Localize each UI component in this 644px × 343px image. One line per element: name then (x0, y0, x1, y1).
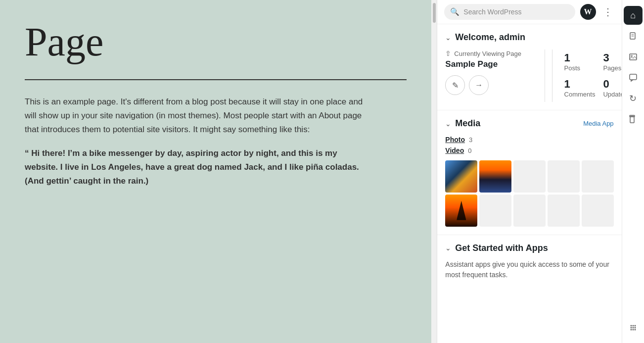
scrollbar-thumb (433, 3, 436, 23)
page-actions: ✎ → (445, 75, 544, 95)
welcome-body: ⇧ Currently Viewing Page Sample Page ✎ → (445, 49, 613, 102)
get-started-section: ⌄ Get Started with Apps Assistant apps g… (437, 235, 621, 288)
get-started-body: Assistant apps give you quick access to … (445, 259, 613, 280)
stat-updates: 0 Updates (599, 76, 621, 102)
welcome-section-header: ⌄ Welcome, admin (445, 32, 613, 43)
image-icon-button[interactable] (624, 48, 643, 66)
stat-pages-number: 3 (603, 51, 621, 64)
search-placeholder[interactable]: Search WordPress (463, 8, 569, 16)
welcome-section: ⌄ Welcome, admin ⇧ Currently Viewing Pag… (437, 24, 621, 110)
svg-rect-3 (630, 54, 637, 60)
media-app-link[interactable]: Media App (583, 120, 613, 127)
person-icon: ⇧ (445, 49, 451, 57)
welcome-toggle[interactable]: ⌄ (445, 34, 451, 42)
get-started-header: ⌄ Get Started with Apps (445, 243, 613, 253)
svg-rect-7 (630, 116, 634, 123)
svg-point-13 (634, 327, 636, 329)
page-body: This is an example page. It's different … (25, 95, 371, 188)
panel-header: 🔍 Search WordPress W ⋮ (437, 0, 621, 24)
svg-point-15 (632, 329, 634, 331)
svg-point-10 (634, 325, 636, 327)
get-started-title: Get Started with Apps (455, 243, 548, 253)
media-thumb-6[interactable] (445, 195, 477, 227)
currently-viewing-label: Currently Viewing Page (454, 50, 521, 57)
photo-label[interactable]: Photo (445, 136, 465, 144)
stat-updates-number: 0 (603, 78, 621, 91)
svg-point-9 (632, 325, 634, 327)
media-thumb-5[interactable] (582, 160, 614, 193)
icon-bar: ⌂ ↻ (622, 0, 644, 343)
photo-count: 3 (469, 136, 472, 144)
stat-posts-label: Posts (564, 64, 596, 72)
media-thumb-8[interactable] (513, 195, 546, 227)
bookmark-icon-button[interactable] (624, 110, 643, 129)
edit-page-button[interactable]: ✎ (445, 75, 465, 95)
stat-pages: 3 Pages (599, 49, 621, 76)
media-section: ⌄ Media Media App Photo 3 Video 0 (437, 110, 621, 235)
grid-icon-button[interactable] (624, 318, 643, 337)
svg-point-11 (630, 327, 632, 329)
svg-point-8 (630, 325, 632, 327)
media-photo-row: Photo 3 (445, 136, 613, 144)
media-title: Media (455, 118, 480, 129)
svg-point-12 (632, 327, 634, 329)
home-icon-button[interactable]: ⌂ (624, 6, 643, 25)
page-divider (25, 79, 407, 80)
welcome-left: ⇧ Currently Viewing Page Sample Page ✎ → (445, 49, 544, 95)
refresh-icon-button[interactable]: ↻ (624, 89, 643, 108)
media-section-header: ⌄ Media Media App (445, 118, 613, 129)
stat-pages-label: Pages (603, 64, 621, 72)
wp-logo[interactable]: W (580, 4, 596, 20)
media-thumb-7[interactable] (479, 195, 511, 227)
page-icon-button[interactable] (624, 27, 643, 46)
panel-menu-button[interactable]: ⋮ (601, 4, 615, 20)
media-thumb-10[interactable] (582, 195, 614, 227)
svg-rect-5 (630, 74, 637, 80)
stat-posts-number: 1 (564, 51, 596, 64)
stat-comments-label: Comments (564, 91, 596, 98)
media-thumb-9[interactable] (548, 195, 580, 227)
stat-updates-label: Updates (603, 91, 621, 98)
currently-viewing: ⇧ Currently Viewing Page (445, 49, 544, 57)
right-panel: 🔍 Search WordPress W ⋮ ⌄ Welcome, admin … (431, 0, 644, 343)
video-label[interactable]: Video (445, 147, 464, 154)
media-thumb-3[interactable] (513, 160, 546, 193)
sample-page-label: Sample Page (445, 59, 544, 69)
stat-comments-number: 1 (564, 78, 596, 91)
svg-point-16 (634, 329, 636, 331)
get-started-toggle[interactable]: ⌄ (445, 244, 451, 252)
comment-icon-button[interactable] (624, 68, 643, 87)
media-grid (445, 160, 613, 227)
welcome-stats: 1 Posts 3 Pages 1 Comments (545, 49, 614, 102)
panel-body: ⌄ Welcome, admin ⇧ Currently Viewing Pag… (437, 24, 621, 343)
svg-point-14 (630, 329, 632, 331)
page-content: Page This is an example page. It's diffe… (0, 0, 431, 343)
media-toggle[interactable]: ⌄ (445, 120, 451, 128)
stat-comments: 1 Comments (560, 76, 599, 102)
search-icon: 🔍 (450, 7, 460, 16)
page-paragraph-1: This is an example page. It's different … (25, 95, 371, 137)
visit-page-button[interactable]: → (469, 75, 489, 95)
stat-posts: 1 Posts (560, 49, 599, 76)
welcome-title: Welcome, admin (455, 32, 525, 43)
panel-scrollbar[interactable] (431, 0, 437, 343)
video-count: 0 (468, 147, 471, 154)
svg-point-4 (631, 55, 632, 57)
page-paragraph-2: “ Hi there! I’m a bike messenger by day,… (25, 147, 371, 188)
stats-grid: 1 Posts 3 Pages 1 Comments (552, 49, 614, 102)
media-video-row: Video 0 (445, 147, 613, 154)
media-thumb-2[interactable] (479, 160, 511, 193)
search-bar[interactable]: 🔍 Search WordPress (444, 4, 575, 20)
media-filter: Photo 3 Video 0 (445, 136, 613, 154)
wp-panel: 🔍 Search WordPress W ⋮ ⌄ Welcome, admin … (437, 0, 621, 343)
media-thumb-1[interactable] (445, 160, 477, 193)
page-title: Page (25, 20, 407, 64)
media-thumb-4[interactable] (548, 160, 580, 193)
